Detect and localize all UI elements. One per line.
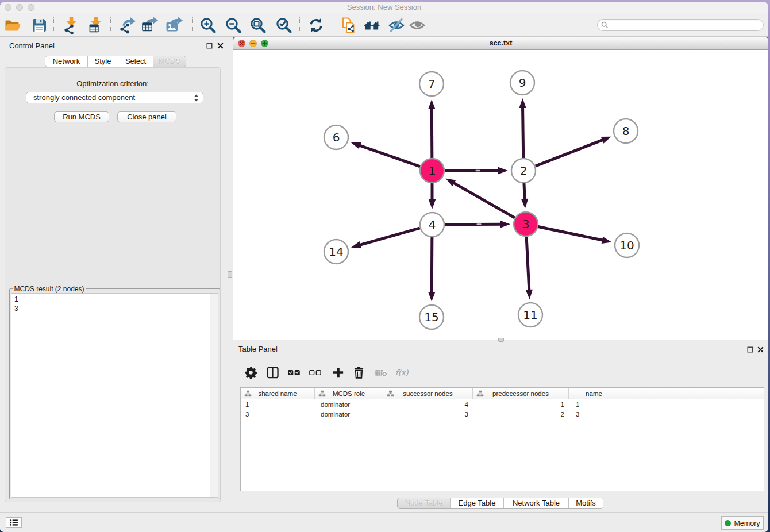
table-tab-node-table[interactable]: Node Table bbox=[398, 498, 450, 508]
save-session-button[interactable] bbox=[29, 16, 49, 34]
graph-edge-arrow-2-8 bbox=[601, 137, 611, 144]
node-table: shared nameMCDS rolesuccessor nodesprede… bbox=[240, 387, 764, 491]
window-titlebar[interactable]: Session: New Session bbox=[0, 2, 768, 13]
task-history-button[interactable] bbox=[6, 517, 22, 528]
run-mcds-button[interactable]: Run MCDS bbox=[54, 111, 109, 122]
table-panel-close-button[interactable] bbox=[756, 345, 764, 353]
mcds-result-item[interactable]: 3 bbox=[11, 304, 218, 314]
graph-edge-2-8[interactable] bbox=[536, 140, 604, 166]
column-header-name[interactable]: name bbox=[569, 388, 619, 399]
toolbar-separator bbox=[110, 17, 111, 33]
table-row[interactable]: 1dominator411 bbox=[241, 400, 764, 410]
open-session-button[interactable] bbox=[2, 16, 23, 34]
horizontal-divider-handle[interactable] bbox=[498, 338, 504, 342]
control-panel-float-button[interactable] bbox=[205, 41, 213, 49]
graph-edge-4-14[interactable] bbox=[359, 228, 419, 245]
show-panels-button[interactable] bbox=[407, 16, 428, 34]
close-panel-button[interactable]: Close panel bbox=[117, 111, 176, 122]
criterion-dropdown[interactable]: strongly connected component bbox=[26, 92, 203, 103]
toolbar-separator bbox=[192, 17, 193, 33]
result-scrollbar[interactable] bbox=[210, 294, 218, 497]
function-builder-icon bbox=[395, 366, 409, 379]
graph-edge-arrow-2-3 bbox=[521, 199, 528, 209]
graph-edge-3-11[interactable] bbox=[526, 237, 529, 291]
column-header-successor-nodes[interactable]: successor nodes bbox=[383, 388, 473, 399]
home-button[interactable] bbox=[361, 16, 382, 34]
network-canvas[interactable]: 1234678910111415 bbox=[234, 50, 768, 340]
graph-edge-arrow-1-4 bbox=[429, 199, 436, 209]
graph-edge-4-3[interactable] bbox=[445, 224, 502, 225]
graph-edge-1-6[interactable] bbox=[359, 145, 420, 166]
select-all-button[interactable] bbox=[284, 364, 303, 381]
graph-edge-arrow-4-14 bbox=[351, 241, 361, 248]
table-settings-button[interactable] bbox=[241, 364, 260, 381]
graph-edge-2-3[interactable] bbox=[524, 183, 525, 201]
zoom-out-button[interactable] bbox=[223, 16, 244, 34]
clone-network-button[interactable] bbox=[338, 16, 359, 34]
delete-column-button[interactable] bbox=[349, 364, 368, 381]
zoom-fit-button[interactable] bbox=[248, 16, 268, 34]
graph-edge-anchor-1-2[interactable] bbox=[476, 170, 480, 171]
show-panels-icon bbox=[409, 17, 426, 34]
graph-node-label-2: 2 bbox=[520, 164, 528, 178]
import-table-button[interactable] bbox=[85, 16, 106, 34]
deselect-all-button[interactable] bbox=[306, 364, 324, 381]
function-builder-button[interactable] bbox=[392, 364, 411, 381]
hide-panels-button[interactable] bbox=[386, 16, 407, 34]
graph-edge-anchor-4-3[interactable] bbox=[477, 223, 482, 225]
column-header-label: MCDS role bbox=[333, 390, 365, 397]
export-image-button[interactable] bbox=[164, 16, 184, 34]
delete-table-button[interactable] bbox=[372, 364, 390, 381]
export-network-button[interactable] bbox=[117, 16, 138, 34]
control-tab-style[interactable]: Style bbox=[87, 56, 118, 67]
column-header-predecessor-nodes[interactable]: predecessor nodes bbox=[473, 388, 569, 399]
graph-edge-3-1[interactable] bbox=[453, 182, 515, 218]
graph-node-label-11: 11 bbox=[523, 308, 537, 322]
optimization-criterion-label: Optimization criterion: bbox=[5, 79, 220, 88]
search-input[interactable] bbox=[597, 19, 764, 31]
table-panel-float-button[interactable] bbox=[746, 345, 754, 353]
graph-edge-arrow-1-7 bbox=[428, 99, 435, 109]
chevron-updown-icon bbox=[193, 94, 199, 102]
column-header-shared-name[interactable]: shared name bbox=[241, 388, 315, 399]
mcds-result-list[interactable]: 13 bbox=[11, 293, 218, 498]
clone-network-icon bbox=[340, 17, 357, 34]
graph-node-label-9: 9 bbox=[519, 76, 526, 90]
mcds-result-item[interactable]: 1 bbox=[11, 295, 218, 304]
graph-edge-arrow-1-6 bbox=[351, 142, 361, 149]
zoom-fit-icon bbox=[249, 17, 267, 34]
control-panel-close-button[interactable] bbox=[216, 41, 224, 49]
network-window-titlebar[interactable]: scc.txt bbox=[233, 37, 768, 50]
graph-edge-1-7[interactable] bbox=[432, 107, 432, 158]
mcds-result-title: MCDS result (2 nodes) bbox=[13, 285, 86, 293]
table-tab-network-table[interactable]: Network Table bbox=[503, 498, 568, 508]
network-window-title: scc.txt bbox=[233, 37, 768, 50]
toolbar-separator bbox=[299, 17, 300, 33]
graph-edge-arrow-2-9 bbox=[519, 98, 526, 108]
control-panel-tabs: NetworkStyleSelectMCDS bbox=[45, 56, 186, 67]
show-column-panel-button[interactable] bbox=[263, 364, 282, 381]
vertical-split-divider[interactable] bbox=[225, 37, 233, 512]
vertical-divider-handle[interactable] bbox=[228, 271, 232, 278]
export-table-button[interactable] bbox=[139, 16, 160, 34]
control-tab-network[interactable]: Network bbox=[45, 56, 87, 67]
graph-edge-3-10[interactable] bbox=[538, 227, 604, 241]
zoom-in-button[interactable] bbox=[198, 16, 218, 34]
graph-edge-2-9[interactable] bbox=[523, 106, 523, 158]
memory-button[interactable]: Memory bbox=[721, 516, 764, 530]
add-column-button[interactable] bbox=[329, 364, 347, 381]
zoom-in-icon bbox=[199, 17, 217, 34]
table-tab-edge-table[interactable]: Edge Table bbox=[450, 498, 503, 508]
column-header-MCDS-role[interactable]: MCDS role bbox=[315, 388, 383, 399]
table-row[interactable]: 3dominator323 bbox=[241, 410, 764, 419]
refresh-button[interactable] bbox=[306, 16, 326, 34]
application-window: Session: New Session Control Panel Netwo… bbox=[0, 2, 768, 532]
control-tab-mcds[interactable]: MCDS bbox=[153, 56, 186, 67]
control-tab-select[interactable]: Select bbox=[118, 56, 153, 67]
zoom-selected-button[interactable] bbox=[274, 16, 294, 34]
graph-edge-4-15[interactable] bbox=[432, 237, 432, 294]
table-settings-icon bbox=[244, 366, 257, 379]
import-network-button[interactable] bbox=[60, 16, 81, 34]
table-tab-motifs[interactable]: Motifs bbox=[568, 498, 603, 508]
control-panel: Control Panel NetworkStyleSelectMCDS Opt… bbox=[0, 37, 225, 512]
